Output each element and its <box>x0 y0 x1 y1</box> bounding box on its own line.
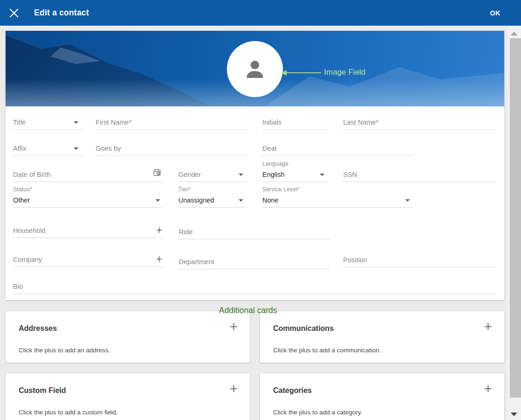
field-label: Initials <box>262 119 282 126</box>
title-select[interactable]: Title <box>13 113 82 130</box>
department-field: Department <box>179 253 330 269</box>
field-label: Company <box>13 256 42 263</box>
field-label: Status* <box>13 186 32 193</box>
add-category-plus-icon[interactable]: + <box>484 381 492 397</box>
company-field[interactable]: Company + <box>13 251 163 267</box>
add-custom-field-plus-icon[interactable]: + <box>230 381 238 397</box>
card-hint: Click the plus to add a category. <box>273 409 362 416</box>
field-label: Gender <box>178 171 201 178</box>
last-name-field[interactable]: Last Name* <box>343 113 496 130</box>
additional-cards-annotation: Additional cards <box>219 306 277 315</box>
calendar-clock-icon[interactable] <box>153 168 162 179</box>
card-hint: Click the plus to add a custom field. <box>19 409 118 416</box>
add-communication-plus-icon[interactable]: + <box>484 319 492 335</box>
card-hint: Click the plus to add an address. <box>19 347 110 354</box>
field-label: Last Name* <box>343 119 379 126</box>
field-label: Affix <box>13 145 26 152</box>
goes-by-field[interactable]: Goes by <box>96 140 247 156</box>
card-title: Custom Field <box>19 386 66 395</box>
addresses-card: Addresses + Click the plus to add an add… <box>6 311 250 363</box>
date-of-birth-field[interactable]: Date of Birth <box>13 166 163 182</box>
household-field[interactable]: Household + <box>13 222 163 238</box>
initials-field[interactable]: Initials <box>262 113 328 130</box>
plus-icon[interactable]: + <box>156 254 162 264</box>
custom-field-card: Custom Field + Click the plus to add a c… <box>6 373 250 420</box>
field-value: Other <box>13 196 30 204</box>
person-icon <box>242 56 268 82</box>
field-label: Date of Birth <box>13 171 51 178</box>
field-label: SSN <box>343 171 357 178</box>
contact-form-card: Image Field Title First Name* Initials L… <box>6 31 504 300</box>
field-label: Department <box>179 258 214 266</box>
field-label: Role <box>179 228 193 236</box>
scrollbar-thumb[interactable] <box>510 38 521 398</box>
field-label: Service Level* <box>262 186 300 193</box>
language-select[interactable]: Language English <box>262 160 328 182</box>
card-title: Categories <box>273 386 312 395</box>
plus-icon[interactable]: + <box>156 225 162 235</box>
close-icon[interactable] <box>9 8 19 18</box>
page-title: Edit a contact <box>34 0 89 26</box>
service-level-select[interactable]: Service Level* None <box>262 186 413 208</box>
field-label: Bio <box>13 283 23 290</box>
field-label: Title <box>13 119 26 126</box>
field-label: Tier* <box>178 186 190 193</box>
field-label: Language <box>262 161 289 167</box>
card-hint: Click the plus to add a communication. <box>273 347 381 354</box>
field-label: Household <box>13 227 45 234</box>
card-title: Communications <box>273 324 334 333</box>
ok-button[interactable]: OK <box>487 0 503 26</box>
add-address-plus-icon[interactable]: + <box>230 319 238 335</box>
field-value: None <box>262 196 279 204</box>
chevron-down-icon <box>74 147 78 150</box>
cover-image: Image Field <box>6 31 504 106</box>
chevron-down-icon <box>239 199 243 202</box>
annotation-arrow-line <box>286 72 321 73</box>
communications-card: Communications + Click the plus to add a… <box>260 311 504 363</box>
field-label: Position <box>343 256 367 264</box>
field-label: First Name* <box>96 119 132 126</box>
bio-field[interactable]: Bio <box>13 278 496 294</box>
tier-select[interactable]: Tier* Unassigned <box>178 186 246 208</box>
image-field-annotation: Image Field <box>324 68 366 77</box>
card-title: Addresses <box>19 324 57 333</box>
chevron-down-icon <box>405 199 410 202</box>
scroll-up-arrow-icon[interactable] <box>511 32 517 35</box>
field-value: Unassigned <box>178 196 214 204</box>
field-label: Dear <box>262 145 277 152</box>
role-field: Role <box>179 223 329 239</box>
categories-card: Categories + Click the plus to add a cat… <box>260 373 504 420</box>
field-label: Goes by <box>96 145 121 152</box>
avatar[interactable] <box>227 41 283 97</box>
dear-field[interactable]: Dear <box>262 140 414 156</box>
position-field[interactable]: Position <box>343 251 496 267</box>
scroll-down-arrow-icon[interactable] <box>511 413 517 416</box>
first-name-field[interactable]: First Name* <box>96 113 247 130</box>
chevron-down-icon <box>320 174 324 176</box>
dialog-header: Edit a contact OK <box>0 0 521 26</box>
chevron-down-icon <box>239 174 243 176</box>
affix-select[interactable]: Affix <box>13 140 82 156</box>
ssn-field[interactable]: SSN <box>343 166 496 182</box>
chevron-down-icon <box>155 199 160 202</box>
chevron-down-icon <box>74 121 78 124</box>
scrollbar[interactable] <box>507 26 521 420</box>
status-select[interactable]: Status* Other <box>13 186 163 208</box>
gender-select[interactable]: Gender <box>178 166 246 182</box>
field-value: English <box>262 171 285 178</box>
